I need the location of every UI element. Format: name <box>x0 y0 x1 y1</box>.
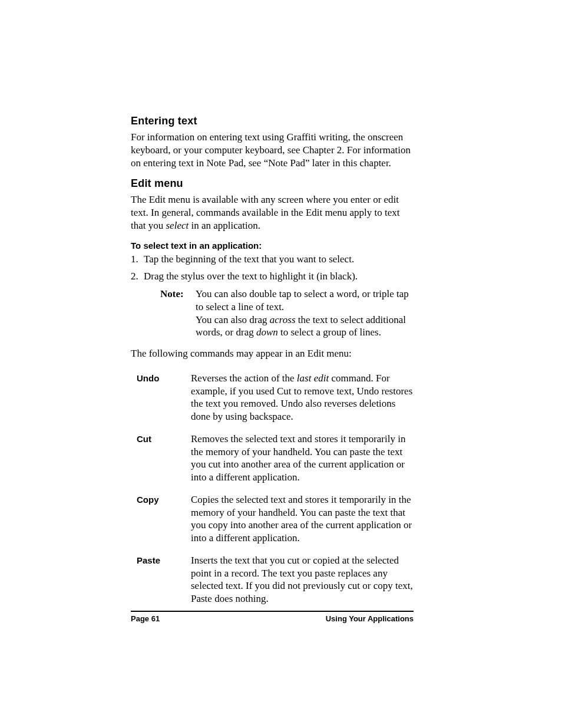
command-name: Copy <box>137 493 191 545</box>
command-name: Paste <box>137 554 191 605</box>
command-desc: Reverses the action of the last edit com… <box>191 372 414 423</box>
text: You can also drag <box>196 314 270 325</box>
page: Entering text For information on enterin… <box>0 0 562 728</box>
command-row-copy: Copy Copies the selected text and stores… <box>137 493 414 545</box>
subheading-select-text: To select text in an application: <box>131 241 414 251</box>
command-desc: Copies the selected text and stores it t… <box>191 493 414 545</box>
footer-rule <box>131 611 414 612</box>
note-line-1: You can also double tap to select a word… <box>196 288 414 314</box>
text: to select a group of lines. <box>278 327 381 338</box>
em-across: across <box>270 314 296 325</box>
footer-line: Page 61 Using Your Applications <box>131 614 414 623</box>
note-line-2: You can also drag across the text to sel… <box>196 314 414 340</box>
command-row-paste: Paste Inserts the text that you cut or c… <box>137 554 414 605</box>
page-footer: Page 61 Using Your Applications <box>131 611 414 623</box>
text: Reverses the action of the <box>191 373 297 384</box>
heading-entering-text: Entering text <box>131 115 414 127</box>
step-text: Tap the beginning of the text that you w… <box>144 253 354 265</box>
page-number: Page 61 <box>131 614 160 623</box>
commands-table: Undo Reverses the action of the last edi… <box>137 372 414 605</box>
command-name: Cut <box>137 433 191 484</box>
steps-list: 1.Tap the beginning of the text that you… <box>131 253 414 284</box>
step-2: 2.Drag the stylus over the text to highl… <box>131 270 414 283</box>
para-followup: The following commands may appear in an … <box>131 347 414 360</box>
step-text: Drag the stylus over the text to highlig… <box>144 271 358 282</box>
note-label: Note: <box>160 288 196 339</box>
step-1: 1.Tap the beginning of the text that you… <box>131 253 414 266</box>
command-desc: Inserts the text that you cut or copied … <box>191 554 414 605</box>
text: in an application. <box>189 220 260 231</box>
em-last-edit: last edit <box>297 373 329 384</box>
heading-edit-menu: Edit menu <box>131 177 414 190</box>
command-name: Undo <box>137 372 191 423</box>
command-row-cut: Cut Removes the selected text and stores… <box>137 433 414 484</box>
step-number: 2. <box>131 270 144 283</box>
para-entering-text: For information on entering text using G… <box>131 131 414 169</box>
command-desc: Removes the selected text and stores it … <box>191 433 414 484</box>
para-edit-menu-intro: The Edit menu is available with any scre… <box>131 193 414 232</box>
note-block: Note: You can also double tap to select … <box>160 288 414 339</box>
footer-title: Using Your Applications <box>326 614 414 623</box>
command-row-undo: Undo Reverses the action of the last edi… <box>137 372 414 423</box>
note-body: You can also double tap to select a word… <box>196 288 414 339</box>
em-select: select <box>166 220 189 231</box>
em-down: down <box>256 327 278 338</box>
step-number: 1. <box>131 253 144 266</box>
